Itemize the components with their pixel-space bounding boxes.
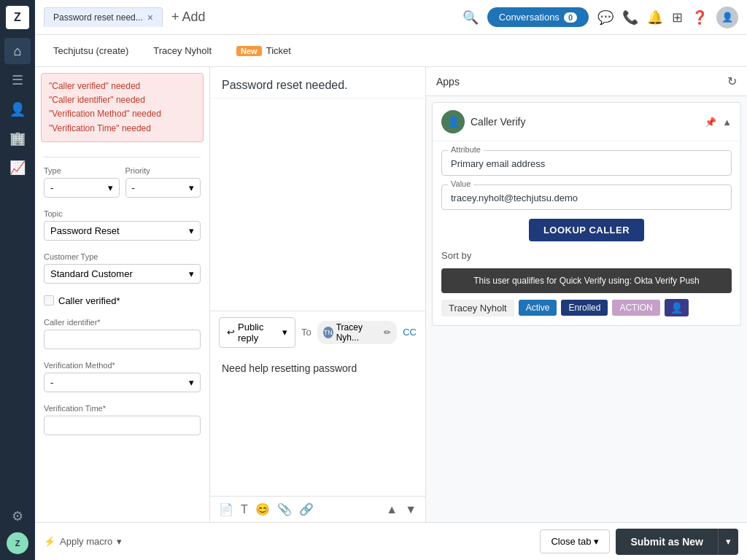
- tab-title: Password reset need...: [53, 12, 143, 23]
- verification-method-group: Verification Method* - ▾: [35, 355, 209, 398]
- attribute-label: Attribute: [448, 145, 484, 154]
- lookup-caller-button[interactable]: LOOKUP CALLER: [529, 219, 644, 241]
- action-icon-button[interactable]: 👤: [665, 299, 689, 316]
- notifications-icon[interactable]: 🔔: [647, 9, 663, 26]
- bottom-right-buttons: Close tab ▾ Submit as New ▾: [540, 529, 738, 555]
- user-avatar[interactable]: 👤: [716, 7, 738, 28]
- macro-icon: ⚡: [44, 536, 55, 547]
- verification-time-label: Verification Time*: [44, 404, 201, 413]
- caller-verify-body: Attribute Primary email address Value tr…: [433, 141, 740, 325]
- error-line-2: "Caller identifier" needed: [49, 93, 196, 107]
- collapse-icon[interactable]: ▲: [722, 117, 732, 128]
- sort-by-label: Sort by: [441, 250, 471, 261]
- caller-verify-avatar: 👤: [441, 110, 465, 133]
- link-icon[interactable]: 🔗: [299, 502, 314, 516]
- subtab-tracey[interactable]: Tracey Nyholt: [144, 42, 221, 60]
- close-tab-button[interactable]: Close tab ▾: [540, 529, 610, 553]
- attribute-value: Primary email address: [442, 151, 731, 175]
- caller-identifier-input[interactable]: [44, 330, 201, 349]
- reply-icon: ↩: [227, 327, 235, 338]
- public-reply-button[interactable]: ↩ Public reply ▾: [219, 317, 295, 348]
- type-priority-row: Type - ▾ Priority - ▾: [35, 160, 209, 203]
- verification-method-chevron-icon: ▾: [189, 377, 194, 388]
- sidebar-item-home[interactable]: ⌂: [4, 38, 31, 64]
- sidebar-item-views[interactable]: ☰: [4, 67, 31, 93]
- apps-scroll-area: 👤 Caller Verify 📌 ▲ Attribute Primary em…: [426, 96, 747, 522]
- messaging-icon[interactable]: 💬: [597, 9, 614, 26]
- voice-icon[interactable]: 📞: [622, 9, 638, 26]
- verification-method-select[interactable]: - ▾: [44, 373, 201, 392]
- ticket-subject: Password reset needed.: [210, 67, 425, 98]
- pin-icon[interactable]: 📌: [705, 117, 716, 128]
- new-badge: New: [236, 46, 262, 56]
- close-tab-icon[interactable]: ×: [147, 12, 153, 23]
- error-line-4: "Verification Time" needed: [49, 122, 196, 136]
- sidebar-item-customers[interactable]: 👤: [4, 96, 31, 122]
- customer-type-select[interactable]: Standard Customer ▾: [44, 264, 201, 284]
- submit-dropdown-button[interactable]: ▾: [718, 529, 738, 555]
- emoji-icon[interactable]: 😊: [255, 502, 270, 516]
- sidebar-item-reports[interactable]: 📈: [4, 155, 31, 181]
- sidebar-item-organizations[interactable]: 🏢: [4, 125, 31, 152]
- type-select[interactable]: - ▾: [44, 178, 120, 198]
- submit-button[interactable]: Submit as New: [616, 529, 718, 555]
- compose-body[interactable]: Need help resetting password: [210, 354, 425, 497]
- recipient-tag[interactable]: TN Tracey Nyh... ✏: [317, 321, 397, 344]
- close-tab-chevron-icon: ▾: [594, 536, 599, 547]
- type-label: Type: [44, 166, 120, 175]
- submit-button-group: Submit as New ▾: [616, 529, 738, 555]
- cc-button[interactable]: CC: [403, 327, 417, 338]
- main-area: Password reset need... × + Add 🔍 Convers…: [35, 0, 747, 560]
- to-label: To: [301, 327, 311, 338]
- active-badge[interactable]: Active: [519, 300, 557, 316]
- edit-recipient-icon[interactable]: ✏: [384, 327, 391, 338]
- caller-identifier-label: Caller identifier*: [44, 318, 201, 327]
- topic-select[interactable]: Password Reset ▾: [44, 221, 201, 241]
- topic-label: Topic: [44, 209, 201, 218]
- scroll-up-icon[interactable]: ▲: [386, 503, 398, 516]
- sidebar-item-settings[interactable]: ⚙: [4, 503, 31, 529]
- app-logo: Z: [6, 6, 29, 29]
- compose-toolbar: ↩ Public reply ▾ To TN Tracey Nyh... ✏ C…: [210, 311, 425, 354]
- recipient-name: Tracey Nyh...: [336, 322, 382, 343]
- main-tab[interactable]: Password reset need... ×: [44, 7, 163, 27]
- priority-select[interactable]: - ▾: [125, 178, 201, 198]
- caller-verify-header: 👤 Caller Verify 📌 ▲: [433, 103, 740, 141]
- apps-header: Apps ↻: [426, 67, 747, 96]
- attach-icon[interactable]: 📎: [277, 502, 292, 516]
- macro-chevron-icon: ▾: [117, 536, 122, 547]
- middle-panel: Password reset needed. ↩ Public reply ▾ …: [210, 67, 426, 522]
- add-tab-button[interactable]: + Add: [169, 7, 209, 28]
- sidebar-nav: Z ⌂ ☰ 👤 🏢 📈 ⚙ Z: [0, 0, 35, 560]
- caller-verified-label: Caller verified*: [58, 295, 120, 306]
- sidebar-item-zendesk[interactable]: Z: [7, 532, 28, 554]
- action-badge[interactable]: ACTION: [612, 300, 659, 316]
- apps-icon[interactable]: ⊞: [672, 9, 683, 26]
- ticket-thread: [210, 98, 425, 311]
- refresh-icon[interactable]: ↻: [727, 74, 737, 88]
- customer-type-chevron-icon: ▾: [189, 268, 194, 279]
- error-line-1: "Caller verified" needed: [49, 79, 196, 93]
- subtab-techjutsu[interactable]: Techjutsu (create): [44, 42, 138, 60]
- customer-type-label: Customer Type: [44, 252, 201, 261]
- draft-icon[interactable]: 📄: [219, 502, 233, 516]
- topic-group: Topic Password Reset ▾: [35, 203, 209, 246]
- compose-area: ↩ Public reply ▾ To TN Tracey Nyh... ✏ C…: [210, 311, 425, 523]
- apply-macro-button[interactable]: ⚡ Apply macro ▾: [44, 536, 122, 547]
- caller-verify-actions: 📌 ▲: [705, 117, 732, 128]
- enrolled-badge[interactable]: Enrolled: [561, 300, 608, 316]
- caller-verified-checkbox[interactable]: [44, 295, 54, 306]
- search-icon[interactable]: 🔍: [462, 9, 479, 26]
- verification-method-label: Verification Method*: [44, 361, 201, 370]
- format-icon[interactable]: T: [241, 503, 248, 516]
- sub-tabs: Techjutsu (create) Tracey Nyholt New Tic…: [35, 35, 747, 67]
- error-line-3: "Verification Method" needed: [49, 107, 196, 121]
- subtab-ticket[interactable]: New Ticket: [227, 42, 301, 60]
- help-icon[interactable]: ❓: [692, 9, 708, 26]
- conversations-button[interactable]: Conversations 0: [487, 7, 589, 27]
- verification-time-input[interactable]: [44, 416, 201, 435]
- right-panel: Apps ↻ 👤 Caller Verify 📌 ▲: [426, 67, 747, 522]
- bottom-bar: ⚡ Apply macro ▾ Close tab ▾ Submit as Ne…: [35, 522, 747, 560]
- caller-identifier-group: Caller identifier*: [35, 312, 209, 355]
- scroll-down-icon[interactable]: ▼: [405, 503, 417, 516]
